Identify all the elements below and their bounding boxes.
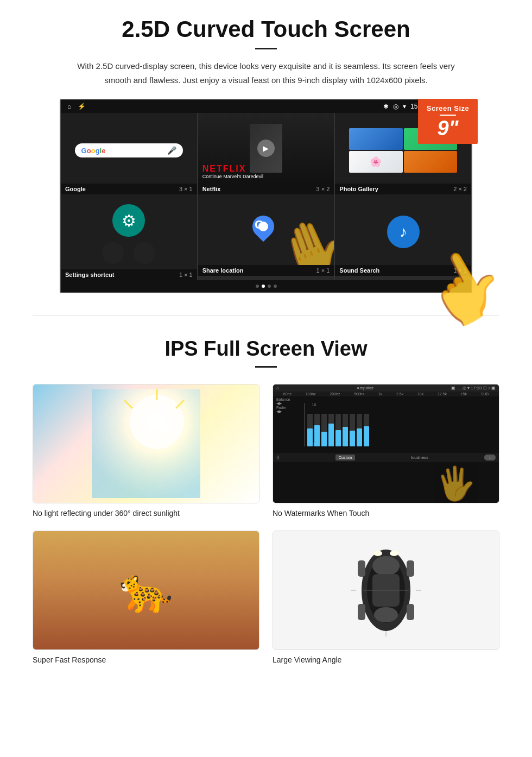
netflix-cell-inner: ▶ NETFLIX Continue Marvel's Daredevil	[198, 113, 334, 184]
settings-app-inner: ⚙	[61, 194, 197, 269]
feature-sunlight: No light reflecting under 360° direct su…	[33, 384, 259, 518]
section1-title: 2.5D Curved Touch Screen	[33, 16, 499, 42]
cheetah-image: 🐆	[33, 531, 259, 649]
eq-bar-8	[357, 414, 362, 446]
feature-label-car: Large Viewing Angle	[273, 655, 499, 664]
eq-axis: 10 0 -10	[304, 403, 305, 446]
section-ips-screen: IPS Full Screen View	[0, 337, 532, 680]
feature-car: Large Viewing Angle	[273, 531, 499, 664]
mic-icon[interactable]: 🎤	[167, 146, 176, 155]
photos-app-name: Photo Gallery	[339, 186, 378, 192]
photo-flower: 🌸	[349, 151, 403, 173]
feature-label-amplifier: No Watermarks When Touch	[273, 509, 499, 518]
eq-bar-2	[314, 414, 320, 446]
dot-2-active	[262, 285, 265, 288]
app-cell-sound-search[interactable]: ♪ Sound Search 1 × 1	[335, 194, 471, 280]
amp-loudness-label: loudness	[411, 455, 428, 460]
app-grid-bottom: ⚙ Settings shortcut 1 × 1	[61, 194, 471, 280]
bluetooth-icon: ✱	[383, 103, 389, 110]
location-icon: ◎	[393, 103, 398, 110]
amp-freq-labels: 60hz100hz200hz500hz1k2.5k10k12.5k15kSUB	[273, 392, 499, 396]
photo-blue	[349, 128, 403, 150]
section-curved-screen: 2.5D Curved Touch Screen With 2.5D curve…	[0, 0, 532, 293]
device-mockup: Screen Size 9" ⌂ ⚡ ✱ ◎ ▾ 15:06 ⊡ ♪ ▣	[60, 99, 472, 293]
app-cell-share-location[interactable]: G 🤚 Share location 1 × 1	[198, 194, 334, 280]
netflix-label-row: Netflix 3 × 2	[198, 184, 334, 194]
eq-bar-9	[364, 414, 369, 446]
amp-toggle[interactable]: ○	[484, 455, 496, 460]
feature-img-cheetah: 🐆	[33, 531, 259, 650]
sound-search-app-name: Sound Search	[339, 267, 379, 274]
amplifier-image: ⌂ Amplifier ▣ … ◎ ▾ 17:33 ⊡ ♪ ▣ 60hz100h…	[273, 384, 499, 503]
svg-point-14	[390, 551, 398, 556]
google-app-inner: Google 🎤	[61, 113, 197, 184]
section1-description: With 2.5D curved-display screen, this de…	[76, 59, 456, 87]
amp-slider-group: 10 0 -10	[301, 398, 496, 452]
sound-search-label-row: Sound Search 1 × 1	[335, 265, 471, 276]
amp-custom-button[interactable]: Custom	[335, 455, 355, 460]
badge-divider	[440, 115, 456, 116]
music-note-icon: ♪	[400, 223, 407, 241]
netflix-logo: NETFLIX	[202, 164, 246, 174]
svg-point-8	[374, 607, 398, 622]
badge-title: Screen Size	[426, 104, 470, 112]
page-indicator	[61, 280, 471, 292]
eq-bar-group	[307, 403, 369, 446]
dot-4	[274, 285, 277, 288]
eq-bar-5	[335, 414, 341, 446]
wifi-icon: ▾	[403, 103, 406, 110]
eq-bars: 10 0 -10	[304, 403, 492, 446]
dot-3	[268, 285, 271, 288]
settings-app-size: 1 × 1	[179, 272, 193, 278]
amp-prev-icon[interactable]: ⟨⟨	[276, 455, 280, 460]
photo-orange	[404, 151, 458, 173]
feature-img-car	[273, 531, 499, 650]
svg-rect-10	[407, 560, 414, 577]
section2-underline	[255, 366, 277, 368]
settings-label-row: Settings shortcut 1 × 1	[61, 269, 197, 280]
android-screen: ⌂ ⚡ ✱ ◎ ▾ 15:06 ⊡ ♪ ▣ ▭	[60, 99, 472, 293]
title-underline	[255, 48, 277, 49]
netflix-subtitle: Continue Marvel's Daredevil	[202, 174, 263, 179]
settings-app-name: Settings shortcut	[65, 272, 114, 278]
sunlight-svg	[92, 389, 200, 498]
dot-1	[256, 285, 259, 288]
screen-size-badge: Screen Size 9"	[418, 99, 478, 144]
feature-label-sunlight: No light reflecting under 360° direct su…	[33, 509, 259, 518]
sound-search-icon: ♪	[387, 216, 420, 248]
svg-point-7	[372, 556, 400, 576]
settings-icon: ⚙	[112, 204, 145, 237]
badge-size: 9"	[426, 118, 470, 138]
share-location-app-name: Share location	[202, 267, 244, 274]
section2-title: IPS Full Screen View	[33, 337, 499, 361]
app-grid-top: Google 🎤 Google 3 × 1	[61, 113, 471, 194]
feature-img-amplifier: ⌂ Amplifier ▣ … ◎ ▾ 17:33 ⊡ ♪ ▣ 60hz100h…	[273, 384, 499, 503]
google-app-size: 3 × 1	[179, 186, 193, 192]
app-cell-google[interactable]: Google 🎤 Google 3 × 1	[61, 113, 197, 194]
hand-on-screen-icon: 🖐	[434, 463, 478, 503]
cheetah-emoji: 🐆	[119, 565, 173, 616]
home-icon[interactable]: ⌂	[67, 103, 71, 110]
share-location-label-row: Share location 1 × 1	[198, 265, 334, 276]
netflix-app-name: Netflix	[202, 186, 221, 192]
svg-rect-12	[407, 604, 414, 620]
feature-img-sunlight	[33, 384, 259, 503]
share-location-inner: G 🤚	[198, 194, 334, 265]
eq-bar-4	[328, 414, 334, 446]
section-divider	[33, 315, 499, 316]
google-label-row: Google 3 × 1	[61, 184, 197, 194]
google-search-bar[interactable]: Google 🎤	[75, 143, 183, 157]
google-logo: Google	[81, 147, 106, 155]
feature-grid: No light reflecting under 360° direct su…	[33, 384, 499, 664]
feature-cheetah: 🐆 Super Fast Response	[33, 531, 259, 664]
sunlight-image	[33, 384, 259, 503]
amp-home-icon: ⌂	[276, 386, 279, 390]
photos-label-row: Photo Gallery 2 × 2	[335, 184, 471, 194]
amp-bottom-bar: ⟨⟨ Custom loudness ○	[273, 453, 499, 462]
app-cell-netflix[interactable]: ▶ NETFLIX Continue Marvel's Daredevil Ne…	[198, 113, 334, 194]
app-cell-settings[interactable]: ⚙ Settings shortcut 1 × 1	[61, 194, 197, 280]
gear-icon: ⚙	[122, 211, 136, 230]
amp-title-text: Amplifier	[357, 386, 373, 390]
status-bar: ⌂ ⚡ ✱ ◎ ▾ 15:06 ⊡ ♪ ▣ ▭	[61, 100, 471, 113]
eq-bar-1	[307, 414, 313, 446]
